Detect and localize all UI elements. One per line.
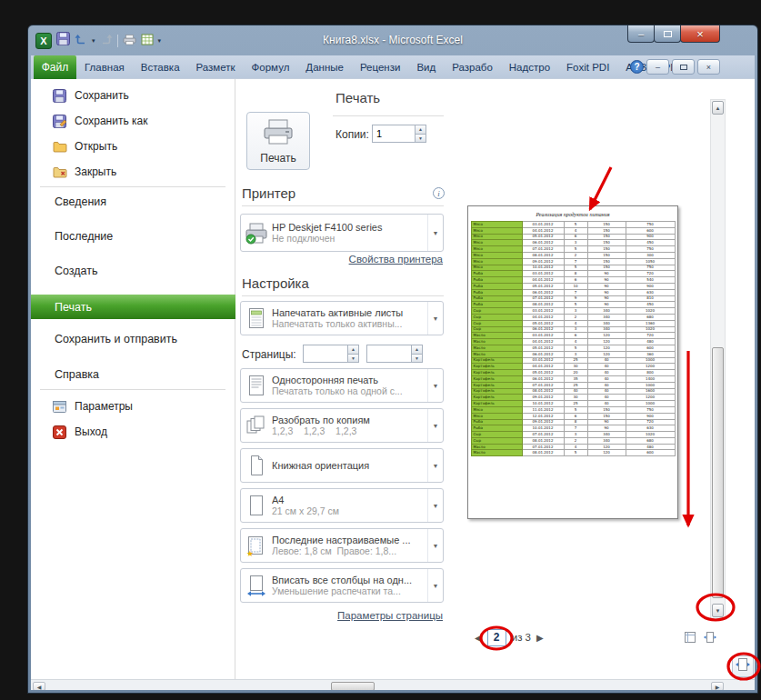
open-folder-icon bbox=[53, 141, 67, 153]
ribbon-tabstrip: Файл ГлавнаяВставкаРазметкФормулДанныеРе… bbox=[31, 55, 755, 79]
table-cell: 3 bbox=[564, 308, 587, 315]
sidebar-item-options[interactable]: Параметры bbox=[31, 395, 235, 417]
save-icon[interactable] bbox=[56, 32, 70, 49]
collate-dropdown[interactable]: Разобрать по копиям 1,2,3 1,2,3 1,2,3 ▼ bbox=[240, 408, 444, 443]
page-setup-link[interactable]: Параметры страницы bbox=[337, 610, 443, 621]
table-cell: 5 bbox=[564, 450, 587, 456]
workbook-restore-button[interactable] bbox=[672, 59, 695, 75]
current-page-box[interactable]: 2 bbox=[487, 629, 506, 646]
table-cell: 480 bbox=[626, 444, 675, 450]
spin-up-button[interactable]: ▲ bbox=[347, 345, 359, 355]
pages-from-input[interactable] bbox=[303, 345, 347, 363]
spin-up-button[interactable]: ▲ bbox=[411, 345, 423, 355]
ribbon-tab[interactable]: Надстро bbox=[501, 55, 558, 79]
minimize-button[interactable]: – bbox=[627, 25, 655, 43]
previous-page-button[interactable]: ◀ bbox=[475, 633, 482, 643]
close-button[interactable]: × bbox=[680, 25, 720, 43]
scrollbar-thumb[interactable] bbox=[331, 682, 375, 690]
workbook-close-button[interactable]: × bbox=[697, 59, 720, 75]
table-row: Рыба 03.01.2012 8 90 720 bbox=[471, 271, 675, 277]
sidebar-item-label: Печать bbox=[55, 301, 92, 314]
zoom-to-page-button[interactable] bbox=[732, 655, 754, 677]
table-cell: Масло bbox=[471, 450, 522, 456]
preview-vertical-scrollbar[interactable]: ▲ ▼ bbox=[710, 99, 726, 619]
spin-down-button[interactable]: ▼ bbox=[411, 355, 423, 364]
info-icon[interactable]: i bbox=[433, 187, 445, 199]
section-divider bbox=[242, 295, 444, 296]
table-row: Картофель 07.01.2012 25 40 1000 bbox=[471, 382, 675, 388]
ribbon-tab[interactable]: Вставка bbox=[133, 55, 188, 79]
sidebar-item-recent[interactable]: Последние bbox=[31, 225, 235, 247]
table-cell: 120 bbox=[587, 339, 626, 345]
scroll-up-button[interactable]: ▲ bbox=[712, 101, 724, 115]
table-cell: 340 bbox=[587, 437, 626, 444]
table-cell: 540 bbox=[626, 277, 675, 284]
spin-up-button[interactable]: ▲ bbox=[415, 125, 426, 135]
table-cell: 5 bbox=[564, 302, 587, 308]
orientation-dropdown[interactable]: Книжная ориентация ▼ bbox=[240, 448, 444, 483]
copies-value[interactable]: 1 bbox=[372, 125, 415, 143]
sidebar-item-print[interactable]: Печать bbox=[31, 295, 235, 319]
sidebar-item-save-as[interactable]: Сохранить как bbox=[31, 110, 235, 132]
table-cell: Картофель bbox=[471, 357, 522, 364]
tab-file[interactable]: Файл bbox=[34, 55, 76, 79]
scroll-left-button[interactable]: ◀ bbox=[33, 682, 45, 690]
print-button[interactable]: Печать bbox=[246, 112, 310, 170]
table-cell: Картофель bbox=[471, 401, 522, 407]
maximize-button[interactable] bbox=[654, 25, 681, 43]
sidebar-item-save-and-send[interactable]: Сохранить и отправить bbox=[31, 328, 235, 350]
table-cell: Мясо bbox=[471, 222, 522, 228]
print-what-dropdown[interactable]: Напечатать активные листы Напечатать тол… bbox=[240, 301, 444, 335]
fit-page-button[interactable] bbox=[701, 630, 718, 647]
table-row: Картофель 08.01.2012 40 40 1600 bbox=[471, 388, 675, 395]
ribbon-tab[interactable]: Foxit PDI bbox=[558, 55, 617, 79]
scaling-dropdown[interactable]: Вписать все столбцы на одн... Уменьшение… bbox=[240, 568, 444, 603]
help-icon[interactable]: ? bbox=[630, 60, 644, 74]
ribbon-tab[interactable]: Разметк bbox=[188, 55, 244, 79]
ribbon-tab[interactable]: Рецензи bbox=[352, 55, 408, 79]
table-cell: 7 bbox=[564, 258, 587, 265]
table-cell: 1020 bbox=[626, 326, 675, 333]
sidebar-item-close[interactable]: Закрыть bbox=[31, 161, 235, 183]
scroll-right-button[interactable]: ▶ bbox=[711, 682, 724, 690]
scroll-down-button[interactable]: ▼ bbox=[712, 604, 724, 617]
undo-menu-caret-icon[interactable]: ▾ bbox=[92, 37, 95, 44]
horizontal-scrollbar[interactable]: ◀ ▶ bbox=[31, 679, 755, 690]
table-row: Мясо 07.01.2012 5 150 750 bbox=[471, 246, 675, 253]
sidebar-item-info[interactable]: Сведения bbox=[31, 191, 235, 213]
copies-spinner: 1 ▲ ▼ bbox=[372, 125, 426, 143]
printer-select-dropdown[interactable]: HP Deskjet F4100 series Не подключен ▼ bbox=[240, 214, 444, 252]
sidebar-item-open[interactable]: Открыть bbox=[31, 135, 235, 157]
scrollbar-thumb[interactable] bbox=[712, 347, 724, 598]
ribbon-tab[interactable]: Разрабо bbox=[444, 55, 501, 79]
ribbon-tab[interactable]: Данные bbox=[297, 55, 352, 79]
spin-down-button[interactable]: ▼ bbox=[347, 355, 359, 364]
duplex-dropdown[interactable]: Односторонняя печать Печатать только на … bbox=[240, 368, 444, 403]
pages-to-input[interactable] bbox=[366, 345, 411, 363]
workbook-minimize-button[interactable]: – bbox=[646, 59, 669, 75]
next-page-button[interactable]: ▶ bbox=[536, 633, 544, 643]
margins-dropdown[interactable]: ★ Последние настраиваемые ... Левое: 1,8… bbox=[240, 528, 444, 563]
table-cell: 03.01.2012 bbox=[522, 308, 564, 315]
quick-print-icon[interactable] bbox=[123, 33, 136, 49]
show-margins-button[interactable] bbox=[681, 630, 698, 647]
ribbon-tab[interactable]: Вид bbox=[408, 55, 444, 79]
sidebar-item-exit[interactable]: Выход bbox=[31, 421, 235, 443]
sidebar-item-help[interactable]: Справка bbox=[31, 364, 235, 385]
printer-properties-link[interactable]: Свойства принтера bbox=[349, 254, 443, 265]
dropdown-title: Разобрать по копиям bbox=[272, 415, 427, 425]
sidebar-item-save[interactable]: Сохранить bbox=[31, 85, 235, 106]
table-cell: 07.01.2012 bbox=[522, 382, 564, 388]
sidebar-item-new[interactable]: Создать bbox=[31, 260, 235, 282]
spin-down-button[interactable]: ▼ bbox=[415, 135, 426, 144]
table-cell: 40 bbox=[587, 382, 626, 388]
table-cell: 04.01.2012 bbox=[522, 277, 564, 284]
undo-icon[interactable] bbox=[75, 33, 87, 49]
paper-size-dropdown[interactable]: A4 21 см x 29,7 см ▼ bbox=[240, 488, 444, 523]
redo-icon[interactable] bbox=[100, 33, 113, 49]
ribbon-tab[interactable]: Главная bbox=[76, 55, 133, 79]
table-cell: 40 bbox=[587, 388, 626, 395]
excel-logo-icon[interactable]: X bbox=[35, 33, 52, 49]
ribbon-tab[interactable]: Формул bbox=[244, 55, 298, 79]
printer-icon bbox=[261, 117, 295, 148]
